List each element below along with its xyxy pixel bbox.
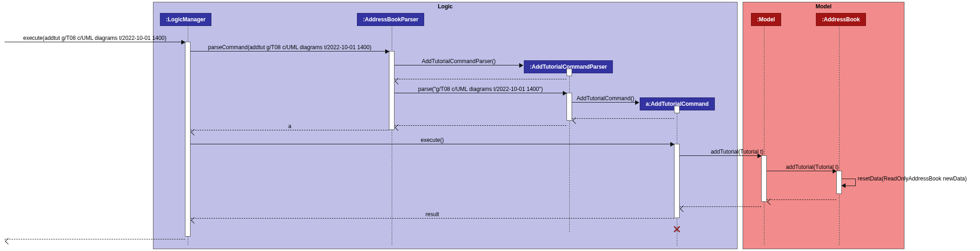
frame-model-title: Model <box>815 3 832 10</box>
msg-return-a: a <box>191 123 389 130</box>
activation-model <box>761 155 767 202</box>
frame-logic-title: Logic <box>438 3 453 10</box>
participant-parser: :AddressBookParser <box>357 13 424 26</box>
destroy-icon: ✕ <box>673 224 681 236</box>
participant-model: :Model <box>751 13 781 26</box>
activation-add-parser-ctor <box>566 69 572 76</box>
lifeline-model <box>764 26 764 245</box>
msg-book-return <box>767 193 836 200</box>
msg-reset-data-label: resetData(ReadOnlyAddressBook newData) <box>858 175 967 182</box>
activation-parser <box>389 51 395 130</box>
msg-ctor-command-return <box>572 111 674 118</box>
frame-model: Model <box>743 2 904 249</box>
msg-ctor-command: AddTutorialCommand() <box>572 95 639 102</box>
activation-add-command-ctor <box>674 106 680 113</box>
msg-reset-data <box>842 179 856 186</box>
msg-parse-return <box>395 118 566 125</box>
activation-address-book <box>836 171 842 194</box>
activation-add-parser-parse <box>566 93 572 121</box>
msg-add-tutorial-model: addTutorial(Tutorial t) <box>680 148 761 155</box>
activation-add-command-exec <box>674 144 680 218</box>
msg-ctor-parser: AddTutorialCommandParser() <box>395 58 523 65</box>
msg-model-return <box>680 200 761 206</box>
msg-execute: execute(addtut g/T08 c/UML diagrams t/20… <box>5 35 185 42</box>
lifeline-address-book <box>839 26 840 245</box>
msg-execute-return <box>5 232 185 239</box>
msg-add-tutorial-book: addTutorial(Tutorial t) <box>767 164 836 171</box>
msg-parse: parse("g/T08 c/UML diagrams t/2022-10-01… <box>395 86 566 93</box>
msg-result: result <box>191 211 674 218</box>
msg-execute-cmd: execute() <box>191 137 674 144</box>
participant-logic-manager: :LogicManager <box>160 13 211 26</box>
msg-ctor-parser-return <box>395 72 566 79</box>
participant-address-book: :AddressBook <box>816 13 866 26</box>
msg-parse-command: parseCommand(addtut g/T08 c/UML diagrams… <box>191 44 389 51</box>
activation-logic-manager <box>185 42 191 237</box>
